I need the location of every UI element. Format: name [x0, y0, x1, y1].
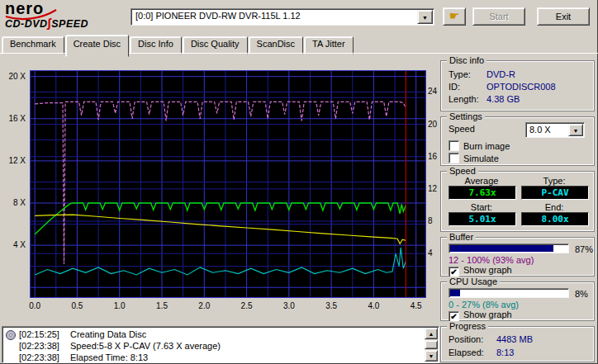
cpu-bar [448, 288, 569, 298]
progress-group: Progress Position:4483 MB Elapsed:8:13 [440, 326, 595, 362]
x-tick: 4.0 [363, 301, 384, 310]
x-tick: 2.0 [193, 301, 215, 310]
buffer-percent: 87% [575, 244, 593, 254]
nero-cd-dvd-speed-window: nero CD-DVD∫SPEED [0:0] PIONEER DVD-RW D… [0, 0, 598, 364]
buffer-range-text: 12 - 100% (93% avg) [448, 255, 534, 265]
nero-logo: nero CD-DVD∫SPEED [5, 1, 129, 32]
drive-select-dropdown-arrow-icon[interactable]: ▼ [417, 10, 433, 24]
log-scrollbar[interactable]: ▲ ▼ [425, 328, 438, 362]
y-right-tick: 24 [428, 87, 437, 96]
scroll-up-arrow-icon[interactable]: ▲ [425, 328, 438, 339]
y-right-tick: 4 [428, 248, 433, 258]
x-tick: 2.5 [236, 301, 258, 310]
speed-select-dropdown-arrow-icon[interactable]: ▼ [568, 124, 583, 136]
tab-scandisc[interactable]: ScanDisc [249, 36, 303, 54]
chart-plot-area [30, 70, 426, 298]
y-left-tick: 16 X [8, 114, 26, 123]
x-axis-labels: 0.00.51.01.52.02.53.03.54.04.5 [30, 301, 426, 313]
disc-length-value: 4.38 GB [486, 94, 520, 104]
burn-hand-icon-button[interactable]: ☛ [443, 7, 466, 26]
drive-select-value: [0:0] PIONEER DVD-RW DVR-115L 1.12 [135, 11, 417, 21]
speed-select-combobox[interactable]: 8.0 X ▼ [525, 122, 585, 138]
progress-title: Progress [447, 321, 488, 331]
cpu-usage-title: CPU Usage [447, 277, 500, 286]
simulate-option[interactable]: Simulate [448, 153, 499, 163]
x-tick: 1.5 [151, 301, 173, 310]
status-log: [02:15:25]Creating Data Disc [02:23:38]S… [2, 326, 439, 363]
simulate-checkbox[interactable] [448, 153, 459, 163]
buffer-show-graph-option[interactable]: ✔Show graph [448, 265, 512, 277]
disc-length-row: Length:4.38 GB [448, 94, 520, 104]
y-right-tick: 20 [428, 120, 437, 129]
cpu-bar-fill [450, 290, 460, 296]
buffer-bar-fill [450, 245, 553, 252]
position-value: 4483 MB [496, 334, 533, 344]
disc-icon [6, 330, 16, 340]
exit-button[interactable]: Exit [537, 7, 590, 26]
y-axis-right-labels: 2420161284 [428, 60, 441, 308]
start-button[interactable]: Start [472, 7, 525, 26]
y-axis-left-labels: 20 X16 X12 X8 X4 X [3, 60, 27, 308]
speed-setting-label: Speed [448, 124, 475, 134]
tab-benchmark[interactable]: Benchmark [2, 36, 64, 54]
speed-chart: 20 X16 X12 X8 X4 X 2420161284 0.00.51.01… [3, 60, 439, 314]
elapsed-value: 8:13 [496, 347, 514, 357]
x-tick: 3.0 [278, 301, 300, 310]
x-tick: 0.0 [24, 301, 45, 310]
end-label: End: [521, 202, 587, 212]
series-write-speed [35, 203, 406, 234]
y-left-tick: 4 X [13, 240, 26, 249]
average-label: Average [448, 176, 515, 186]
x-tick: 4.5 [406, 301, 427, 310]
elapsed-row: Elapsed:8:13 [448, 347, 514, 357]
series-rotation-speed [35, 215, 406, 243]
tab-page-create-disc: 20 X16 X12 X8 X4 X 2420161284 0.00.51.01… [0, 53, 598, 364]
buffer-group: Buffer 87% 12 - 100% (93% avg) ✔Show gra… [440, 237, 595, 277]
scrollbar-thumb[interactable] [425, 340, 438, 349]
x-tick: 1.0 [109, 301, 131, 310]
y-right-tick: 16 [428, 152, 437, 161]
y-right-tick: 12 [428, 184, 437, 193]
tab-create-disc[interactable]: Create Disc [65, 35, 129, 57]
burn-image-option[interactable]: Burn image [448, 140, 510, 151]
hand-icon: ☛ [449, 9, 460, 22]
end-speed-display: 8.00x [521, 212, 589, 226]
disc-type-value: DVD-R [486, 69, 515, 79]
tab-ta-jitter[interactable]: TA Jitter [304, 36, 354, 54]
start-label: Start: [448, 202, 515, 212]
burn-image-checkbox[interactable] [448, 140, 459, 151]
y-left-tick: 8 X [13, 198, 26, 207]
series-cpu-usage [35, 248, 406, 275]
buffer-bar [448, 243, 569, 253]
speed-select-value: 8.0 X [529, 125, 551, 135]
cpu-range-text: 0 - 27% (8% avg) [448, 300, 519, 310]
tab-disc-quality[interactable]: Disc Quality [183, 36, 248, 54]
disc-id-value: OPTODISCR008 [486, 82, 556, 92]
disc-info-title: Disc info [447, 55, 486, 65]
x-tick: 0.5 [66, 301, 88, 310]
logo-brand: nero [5, 1, 129, 16]
speed-group: Speed Average Type: 7.63x P-CAV Start: E… [440, 171, 595, 232]
y-left-tick: 20 X [8, 72, 26, 81]
header: nero CD-DVD∫SPEED [0:0] PIONEER DVD-RW D… [0, 0, 598, 35]
settings-title: Settings [447, 111, 485, 121]
position-row: Position:4483 MB [448, 334, 533, 344]
speed-title: Speed [447, 166, 478, 176]
cpu-show-graph-option[interactable]: ✔Show graph [448, 310, 512, 322]
tab-bar: Benchmark Create Disc Disc Info Disc Qua… [2, 36, 354, 54]
disc-type-row: Type:DVD-R [448, 69, 515, 79]
cpu-percent: 8% [575, 289, 588, 299]
start-speed-display: 5.01x [448, 212, 516, 226]
x-tick: 3.5 [320, 301, 342, 310]
cpu-usage-group: CPU Usage 8% 0 - 27% (8% avg) ✔Show grap… [440, 281, 595, 321]
y-left-tick: 12 X [8, 156, 26, 165]
type-label: Type: [521, 176, 587, 186]
write-type-display: P-CAV [521, 186, 589, 200]
tab-disc-info[interactable]: Disc Info [130, 36, 182, 54]
disc-id-row: ID:OPTODISCR008 [448, 82, 556, 92]
drive-select-combobox[interactable]: [0:0] PIONEER DVD-RW DVR-115L 1.12 ▼ [131, 8, 434, 26]
disc-info-group: Disc info Type:DVD-R ID:OPTODISCR008 Len… [440, 60, 595, 111]
average-speed-display: 7.63x [448, 186, 516, 200]
buffer-title: Buffer [447, 232, 476, 242]
scroll-down-arrow-icon[interactable]: ▼ [425, 350, 438, 362]
